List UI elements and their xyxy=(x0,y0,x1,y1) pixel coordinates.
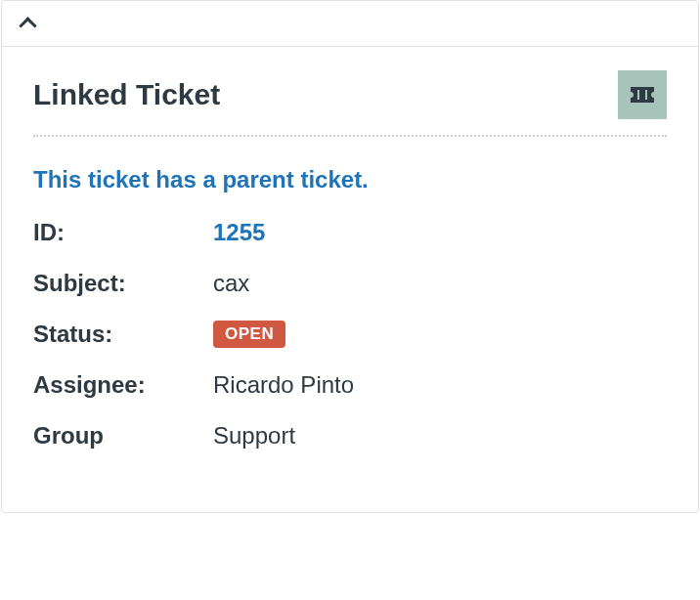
panel-collapse-header[interactable] xyxy=(2,1,698,47)
svg-rect-2 xyxy=(645,90,647,100)
field-label-subject: Subject: xyxy=(33,270,213,297)
field-row-group: Group Support xyxy=(33,422,667,450)
field-label-id: ID: xyxy=(33,219,213,246)
ticket-id-link[interactable]: 1255 xyxy=(213,219,265,246)
field-row-assignee: Assignee: Ricardo Pinto xyxy=(33,371,667,399)
chevron-up-icon xyxy=(20,15,33,28)
status-badge-container: OPEN xyxy=(213,321,285,348)
field-value-subject: cax xyxy=(213,270,249,297)
field-row-subject: Subject: cax xyxy=(33,270,667,297)
field-label-assignee: Assignee: xyxy=(33,371,213,399)
svg-rect-1 xyxy=(637,90,639,100)
field-row-status: Status: OPEN xyxy=(33,321,667,348)
field-value-group: Support xyxy=(213,422,295,450)
ticket-glyph-icon xyxy=(631,87,654,103)
panel-body: Linked Ticket This ticket has a parent t… xyxy=(2,47,698,512)
status-badge: OPEN xyxy=(213,321,285,348)
field-label-status: Status: xyxy=(33,321,213,348)
linked-ticket-panel: Linked Ticket This ticket has a parent t… xyxy=(1,0,699,513)
field-value-assignee: Ricardo Pinto xyxy=(213,371,354,399)
svg-rect-0 xyxy=(631,87,654,103)
field-row-id: ID: 1255 xyxy=(33,219,667,246)
field-label-group: Group xyxy=(33,422,213,450)
ticket-icon xyxy=(618,70,667,119)
parent-ticket-notice[interactable]: This ticket has a parent ticket. xyxy=(33,166,667,193)
section-title: Linked Ticket xyxy=(33,78,220,111)
section-title-row: Linked Ticket xyxy=(33,70,667,137)
